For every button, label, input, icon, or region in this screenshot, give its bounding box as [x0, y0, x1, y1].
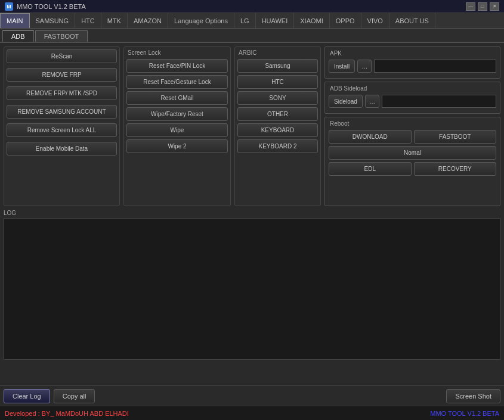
fastboot-reboot-button[interactable]: FASTBOOT: [414, 130, 497, 144]
reset-face-gesture-button[interactable]: Reset Face/Gesture Lock: [126, 75, 228, 89]
remove-samsung-account-button[interactable]: REMOVE SAMSUNG ACCOUNT: [7, 105, 117, 119]
apk-title: APK: [329, 50, 496, 57]
clear-log-button[interactable]: Clear Log: [4, 389, 50, 403]
menu-htc[interactable]: HTC: [75, 13, 101, 28]
menu-language-options[interactable]: Language Options: [168, 13, 234, 28]
left-panel: ReScan REMOVE FRP REMOVE FRP/ MTK /SPD R…: [4, 46, 120, 206]
footer-version: MMO TOOL V1.2 BETA: [430, 410, 499, 417]
main-content: ReScan REMOVE FRP REMOVE FRP/ MTK /SPD R…: [0, 43, 504, 210]
reset-face-pin-button[interactable]: Reset Face/PIN Lock: [126, 59, 228, 73]
menu-samsung[interactable]: SAMSUNG: [30, 13, 76, 28]
arbic-keyboard2-button[interactable]: KEYBOARD 2: [237, 139, 318, 153]
copy-all-button[interactable]: Copy all: [54, 389, 95, 403]
log-textarea[interactable]: [4, 218, 500, 360]
normal-reboot-button[interactable]: Nomal: [329, 146, 496, 160]
menu-mtk[interactable]: MTK: [101, 13, 128, 28]
sideload-row: Sideload …: [329, 95, 496, 108]
menu-main[interactable]: MAIN: [0, 13, 30, 28]
arbic-keyboard-button[interactable]: KEYBOARD: [237, 123, 318, 137]
footer: Developed : BY_ MaMDoUH ABD ELHADI MMO T…: [0, 406, 504, 420]
enable-mobile-data-button[interactable]: Enable Mobile Data: [7, 142, 117, 155]
log-section: LOG: [4, 210, 500, 360]
apk-panel: APK Install …: [324, 46, 500, 79]
reboot-row3: EDL RECOVERY: [329, 162, 496, 176]
edl-button[interactable]: EDL: [329, 162, 412, 176]
menu-xiaomi[interactable]: XIAOMI: [294, 13, 330, 28]
wipe-button[interactable]: Wipe: [126, 123, 228, 137]
tab-adb[interactable]: ADB: [2, 30, 34, 42]
minimize-button[interactable]: —: [466, 2, 475, 11]
remove-frp-mtk-button[interactable]: REMOVE FRP/ MTK /SPD: [7, 86, 117, 100]
menu-huawei[interactable]: HUAWEI: [256, 13, 295, 28]
reboot-title: Reboot: [329, 120, 496, 127]
apk-path-input[interactable]: [374, 60, 496, 73]
menu-about-us[interactable]: ABOUT US: [389, 13, 435, 28]
right-panels: APK Install … ADB Sideload Sideload … Re…: [324, 46, 500, 206]
reboot-row1: DWONLOAD FASTBOOT: [329, 130, 496, 144]
download-button[interactable]: DWONLOAD: [329, 130, 412, 144]
sideload-browse-button[interactable]: …: [365, 95, 379, 108]
screen-lock-panel: Screen Lock Reset Face/PIN Lock Reset Fa…: [123, 46, 231, 206]
recovery-button[interactable]: RECOVERY: [414, 162, 497, 176]
screen-lock-title: Screen Lock: [126, 49, 228, 56]
footer-developer: Developed : BY_ MaMDoUH ABD ELHADI: [5, 410, 129, 417]
remove-screen-lock-all-button[interactable]: Remove Screen Lock ALL: [7, 123, 117, 137]
app-title: MMO TOOL V1.2 BETA: [17, 3, 466, 10]
window-controls: — □ ✕: [466, 2, 499, 11]
arbic-other-button[interactable]: OTHER: [237, 107, 318, 121]
remove-frp-button[interactable]: REMOVE FRP: [7, 68, 117, 82]
menu-vivo[interactable]: VIVO: [361, 13, 389, 28]
menu-amazon[interactable]: AMAZON: [128, 13, 168, 28]
arbic-panel: ARBIC Samsung HTC SONY OTHER KEYBOARD KE…: [234, 46, 321, 206]
log-label: LOG: [4, 210, 500, 216]
wipe2-button[interactable]: Wipe 2: [126, 139, 228, 153]
reset-gmail-button[interactable]: Reset GMail: [126, 91, 228, 105]
screenshot-button[interactable]: Screen Shot: [446, 389, 500, 403]
adb-sideload-title: ADB Sideload: [329, 85, 496, 92]
arbic-sony-button[interactable]: SONY: [237, 91, 318, 105]
arbic-title: ARBIC: [237, 49, 318, 56]
app-icon: M: [5, 2, 13, 11]
menu-bar: MAIN SAMSUNG HTC MTK AMAZON Language Opt…: [0, 13, 504, 29]
reboot-panel: Reboot DWONLOAD FASTBOOT Nomal EDL RECOV…: [324, 117, 500, 206]
menu-lg[interactable]: LG: [234, 13, 256, 28]
rescan-button[interactable]: ReScan: [7, 49, 117, 63]
bottom-bar: Clear Log Copy all Screen Shot: [0, 385, 504, 406]
menu-oppo[interactable]: OPPO: [330, 13, 361, 28]
arbic-htc-button[interactable]: HTC: [237, 75, 318, 89]
apk-row: Install …: [329, 60, 496, 73]
sideload-button[interactable]: Sideload: [329, 95, 363, 108]
maximize-button[interactable]: □: [478, 2, 487, 11]
wipe-factory-reset-button[interactable]: Wipe/Factory Reset: [126, 107, 228, 121]
reboot-row2-wrap: Nomal: [329, 146, 496, 160]
arbic-samsung-button[interactable]: Samsung: [237, 59, 318, 73]
sideload-path-input[interactable]: [382, 95, 496, 108]
tab-fastboot[interactable]: FASTBOOT: [35, 30, 88, 42]
apk-browse-button[interactable]: …: [357, 60, 372, 73]
tab-bar: ADB FASTBOOT: [0, 29, 504, 43]
apk-install-button[interactable]: Install: [329, 60, 355, 73]
adb-sideload-panel: ADB Sideload Sideload …: [324, 82, 500, 114]
close-button[interactable]: ✕: [490, 2, 499, 11]
title-bar: M MMO TOOL V1.2 BETA — □ ✕: [0, 0, 504, 13]
